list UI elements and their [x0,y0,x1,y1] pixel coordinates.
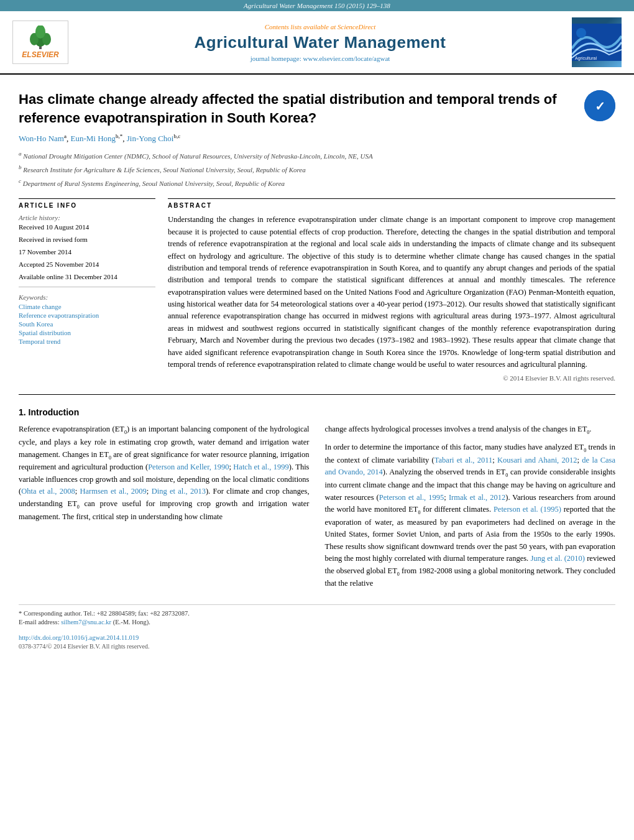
homepage-url[interactable]: www.elsevier.com/locate/agwat [303,55,390,62]
affil-a: a National Drought Mitigation Center (ND… [19,149,615,162]
intro-body: Reference evapotranspiration (ET0) is an… [19,423,615,594]
keywords-label: Keywords: [19,293,155,301]
article-info-header: ARTICLE INFO [19,198,155,209]
doi-link: http://dx.doi.org/10.1016/j.agwat.2014.1… [19,634,615,641]
introduction-section: 1. Introduction Reference evapotranspira… [19,407,615,594]
keyword-2[interactable]: Reference evapotranspiration [19,312,155,319]
intro-para-left: Reference evapotranspiration (ET0) is an… [19,423,310,523]
keyword-3[interactable]: South Korea [19,320,155,328]
article-title: Has climate change already affected the … [19,90,575,127]
accepted-date: Accepted 25 November 2014 [19,261,155,268]
ref-irmak2012[interactable]: Irmak et al., 2012 [449,493,505,502]
homepage-line: journal homepage: www.elsevier.com/locat… [68,55,572,62]
footnote-section: * Corresponding author. Tel.: +82 288045… [19,604,615,650]
svg-point-6 [576,28,586,38]
abstract-text: Understanding the changes in reference e… [168,214,615,371]
intro-para-right-1: change affects hydrological processes in… [325,423,616,436]
affil-c: c Department of Rural Systems Engineerin… [19,177,615,189]
page-wrapper: Agricultural Water Management 150 (2015)… [0,0,634,664]
corresponding-note: * Corresponding author. Tel.: +82 288045… [19,610,615,617]
abstract-header: ABSTRACT [168,198,615,209]
history-label: Article history: [19,214,155,221]
article-info-col: ARTICLE INFO Article history: Received 1… [19,198,155,382]
journal-header: ELSEVIER Contents lists available at Sci… [0,11,634,75]
journal-title: Agricultural Water Management [68,33,572,52]
header-center: Contents lists available at ScienceDirec… [68,23,572,62]
ref-harmsen2009[interactable]: Harmsen et al., 2009 [80,487,147,496]
doi-text[interactable]: http://dx.doi.org/10.1016/j.agwat.2014.1… [19,634,139,641]
elsevier-brand-name: ELSEVIER [22,50,58,59]
available-date: Available online 31 December 2014 [19,273,155,280]
revised-date: 17 November 2014 [19,248,155,256]
ref-ding2013[interactable]: Ding et al., 2013 [152,487,206,496]
ref-peterson1995[interactable]: Peterson et al., 1995 [379,493,444,502]
received-date: Received 10 August 2014 [19,223,155,231]
crossmark-logo: ✓ [584,90,615,121]
sciencedirect-line: Contents lists available at ScienceDirec… [68,23,572,30]
intro-right-col: change affects hydrological processes in… [325,423,616,594]
author-choijinyong: Jin-Yong Choi [127,134,174,144]
ref-kousari2012[interactable]: Kousari and Ahani, 2012 [497,456,577,464]
email-suffix: (E.-M. Hong). [113,619,150,625]
svg-text:✓: ✓ [595,99,605,113]
authors-line: Won-Ho Nama, Eun-Mi Hongb,*, Jin-Yong Ch… [19,133,615,144]
email-address[interactable]: silhem7@snu.ac.kr [61,619,111,625]
ref-peterson1990[interactable]: Peterson and Keller, 1990 [148,463,229,471]
affil-b: b Research Institute for Agriculture & L… [19,163,615,175]
copyright-line: © 2014 Elsevier B.V. All rights reserved… [168,374,615,382]
info-divider [19,287,155,287]
svg-text:Agricultural: Agricultural [575,56,597,61]
abstract-col: ABSTRACT Understanding the changes in re… [168,198,615,382]
top-bar: Agricultural Water Management 150 (2015)… [0,0,634,11]
author-namwh: Won-Ho Nam [19,134,64,144]
author-hongeunmi: Eun-Mi Hong [70,134,116,144]
ref-hatch1999[interactable]: Hatch et al., 1999 [233,463,288,471]
keyword-1[interactable]: Climate change [19,303,155,310]
ref-ohta2008[interactable]: Ohta et al., 2008 [21,487,75,496]
intro-left-col: Reference evapotranspiration (ET0) is an… [19,423,310,594]
journal-logo-box: Agricultural [572,17,622,67]
ref-peterson1995b[interactable]: Peterson et al. (1995) [494,505,561,514]
article-title-section: Has climate change already affected the … [19,90,615,127]
affiliations: a National Drought Mitigation Center (ND… [19,149,615,190]
intro-section-title: 1. Introduction [19,407,615,417]
section-divider [19,394,615,395]
keyword-4[interactable]: Spatial distribution [19,329,155,336]
elsevier-logo: ELSEVIER [12,21,68,64]
issn-line: 0378-3774/© 2014 Elsevier B.V. All right… [19,643,615,650]
info-abstract-section: ARTICLE INFO Article history: Received 1… [19,198,615,382]
main-content: Has climate change already affected the … [0,75,634,664]
email-footnote: E-mail address: silhem7@snu.ac.kr (E.-M.… [19,619,615,625]
journal-citation: Agricultural Water Management 150 (2015)… [244,2,390,9]
ref-tabari2011[interactable]: Tabari et al., 2011 [434,456,492,464]
sciencedirect-link-text[interactable]: ScienceDirect [338,23,375,30]
intro-para-right-2: In order to determine the importance of … [325,441,616,590]
ref-jung2010[interactable]: Jung et al. (2010) [530,554,585,563]
revised-label: Received in revised form [19,236,155,243]
svg-point-4 [35,25,45,39]
keyword-5[interactable]: Temporal trend [19,338,155,345]
email-label: E-mail address: [19,619,60,625]
